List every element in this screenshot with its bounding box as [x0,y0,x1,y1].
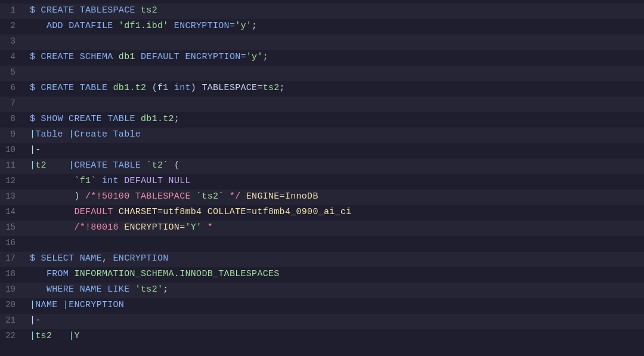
line-number: 4 [0,51,25,64]
token [30,222,74,233]
code-line: 3 [0,35,644,50]
code-lines: 1$ CREATE TABLESPACE ts22 ADD DATAFILE '… [0,0,644,348]
line-number: 14 [0,206,25,219]
line-number: 20 [0,299,25,312]
token: $ [30,253,41,264]
line-content: |ts2 |Y [25,329,644,343]
token: /*!50100 TABLESPACE [85,191,196,202]
token: | [30,331,35,341]
token: CREATE SCHEMA [41,52,119,62]
line-number: 22 [0,330,25,343]
token: $ [30,114,41,124]
line-content: DEFAULT CHARSET=utf8mb4 COLLATE=utf8mb4_… [25,205,644,219]
line-content [25,97,644,110]
code-line: 22|ts2 |Y [0,329,644,345]
token: COLLATE=utf8mb4_0900_ai_ci [208,207,352,217]
token: $ [30,52,41,62]
line-number: 13 [0,190,25,203]
token: ; [280,83,285,93]
line-content [25,236,644,250]
line-content: ) /*!50100 TABLESPACE `ts2` */ ENGINE=In… [25,190,644,203]
code-line: 9|Table |Create Table [0,128,644,143]
token: DEFAULT [124,176,168,186]
token: `ts2` [196,191,224,202]
token: ENCRYPTION= [124,222,185,233]
line-number: 9 [0,128,25,141]
code-line: 2 ADD DATAFILE 'df1.ibd' ENCRYPTION='y'; [0,19,644,35]
token: FROM [30,269,74,279]
code-line: 19 WHERE NAME LIKE 'ts2'; [0,283,644,298]
token: (f1 [152,83,174,93]
token: CREATE TABLE [74,160,146,171]
token: db1.t2 [141,114,174,124]
token: ; [252,21,257,31]
line-content: WHERE NAME LIKE 'ts2'; [25,283,644,296]
token: 'Y' [185,222,202,233]
code-line: 4$ CREATE SCHEMA db1 DEFAULT ENCRYPTION=… [0,50,644,66]
token: ENCRYPTION= [169,21,236,31]
line-number: 6 [0,82,25,95]
token: , [102,253,113,264]
token: db1 [119,52,141,62]
code-line: 21|- [0,314,644,329]
line-content: |- [25,143,644,157]
line-content: $ CREATE TABLESPACE ts2 [25,4,644,17]
line-content: /*!80016 ENCRYPTION='Y' * [25,221,644,234]
token: int [174,83,191,93]
code-line: 18 FROM INFORMATION_SCHEMA.INNODB_TABLES… [0,267,644,283]
token: CREATE TABLESPACE [41,5,141,16]
token: ) TABLESPACE= [191,83,263,93]
line-content: |NAME |ENCRYPTION [25,298,644,312]
line-content [25,35,644,48]
token: |- [30,315,41,326]
line-number: 12 [0,175,25,188]
token: | [30,129,35,140]
code-line: 7 [0,97,644,112]
token: | [30,160,35,171]
token: . [174,269,179,279]
line-number: 5 [0,66,25,79]
line-number: 2 [0,20,25,33]
code-line: 15 /*!80016 ENCRYPTION='Y' * [0,221,644,236]
code-line: 1$ CREATE TABLESPACE ts2 [0,4,644,19]
line-content: |Table |Create Table [25,128,644,141]
code-line: 10|- [0,143,644,159]
token: `t2` [146,160,168,171]
token: db1.t2 [113,83,152,93]
token: Y [74,331,79,341]
line-content: |t2 |CREATE TABLE `t2` ( [25,159,644,172]
token: CREATE TABLE [41,83,113,93]
code-line: 6$ CREATE TABLE db1.t2 (f1 int) TABLESPA… [0,81,644,97]
token: t2 [35,160,69,171]
token: ; [163,284,168,295]
code-line: 11|t2 |CREATE TABLE `t2` ( [0,159,644,174]
code-line: 14 DEFAULT CHARSET=utf8mb4 COLLATE=utf8m… [0,205,644,221]
token: Table [35,129,69,140]
token: ts2 [141,5,157,16]
token: ts2 [35,331,63,341]
line-number: 11 [0,159,25,172]
token: ; [174,114,179,124]
line-content: FROM INFORMATION_SCHEMA.INNODB_TABLESPAC… [25,267,644,281]
token: LIKE [107,284,135,295]
token: INFORMATION_SCHEMA [74,269,174,279]
token: ADD [30,21,69,31]
token: DEFAULT [141,52,185,62]
token: NULL [169,176,191,186]
line-content: ADD DATAFILE 'df1.ibd' ENCRYPTION='y'; [25,19,644,33]
token: ( [169,160,180,171]
line-number: 7 [0,97,25,110]
line-content: $ SELECT NAME, ENCRYPTION [25,252,644,265]
line-content [25,66,644,79]
token: * [202,222,213,233]
token: `f1` [74,176,96,186]
token: 'y' [246,52,263,62]
token: ) [30,191,85,202]
token: DEFAULT [30,207,119,217]
token: 'y' [235,21,252,31]
token: DATAFILE [69,21,119,31]
line-number: 18 [0,268,25,281]
token: | [63,300,69,310]
token: NAME [35,300,63,310]
code-line: 20|NAME |ENCRYPTION [0,298,644,314]
